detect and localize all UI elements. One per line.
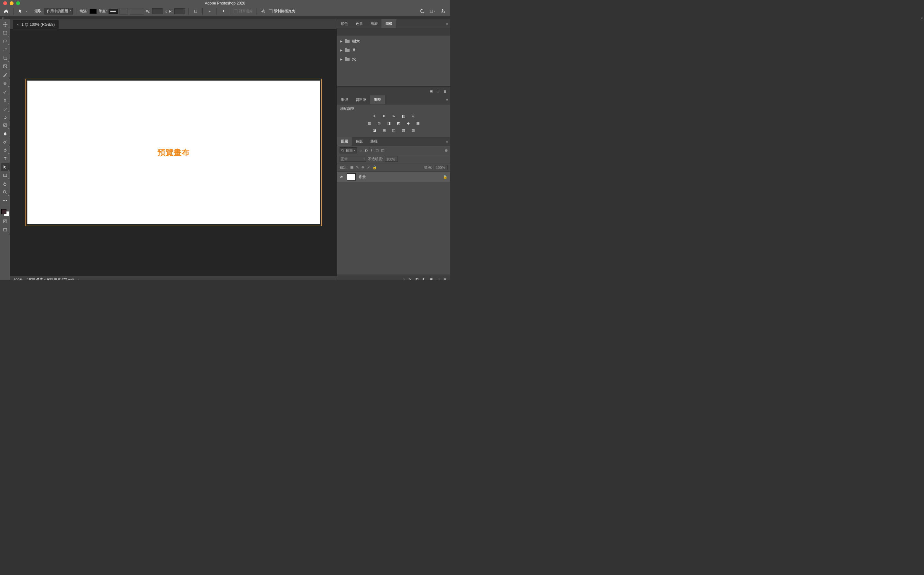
tab-color[interactable]: 顏色 — [337, 19, 352, 28]
color-lookup-icon[interactable]: ▦ — [415, 120, 421, 126]
photo-filter-icon[interactable]: ◩ — [395, 120, 402, 126]
lock-all-icon[interactable]: 🔒 — [372, 165, 377, 170]
vibrance-icon[interactable]: ▽ — [410, 113, 416, 119]
trash-icon[interactable]: 🗑 — [443, 89, 447, 93]
lasso-tool[interactable] — [1, 37, 10, 45]
hand-tool[interactable] — [1, 180, 10, 187]
constrain-path-drag-checkbox[interactable]: 限制路徑拖曳 — [269, 9, 295, 14]
eraser-tool[interactable] — [1, 113, 10, 121]
tab-learn[interactable]: 學習 — [337, 95, 352, 104]
zoom-tool[interactable] — [1, 188, 10, 196]
marquee-tool[interactable] — [1, 29, 10, 37]
tab-libraries[interactable]: 資料庫 — [352, 95, 370, 104]
brightness-contrast-icon[interactable]: ☀ — [371, 113, 377, 119]
stroke-style-swatch[interactable] — [109, 9, 117, 14]
new-group-icon[interactable]: ▣ — [430, 89, 433, 93]
opacity-field[interactable]: 100% — [385, 157, 398, 162]
quick-mask-button[interactable] — [1, 218, 10, 225]
panel-menu-icon[interactable]: ≡ — [446, 140, 448, 143]
canvas[interactable]: 預覽畫布 — [27, 81, 320, 224]
tab-swatches[interactable]: 色票 — [352, 19, 367, 28]
quick-selection-tool[interactable] — [1, 46, 10, 54]
new-layer-icon[interactable]: ⊞ — [437, 277, 439, 280]
color-balance-icon[interactable]: ⚖ — [376, 120, 382, 126]
search-icon[interactable] — [418, 8, 426, 15]
invert-icon[interactable]: ◪ — [371, 127, 377, 133]
selective-color-icon[interactable]: ▧ — [400, 127, 407, 133]
path-operations-icon[interactable]: ▢ — [192, 8, 199, 15]
blend-mode-dropdown[interactable]: 正常▾ — [339, 157, 366, 162]
brush-tool[interactable] — [1, 88, 10, 95]
layer-row[interactable]: 👁 背景 🔒 — [337, 172, 450, 182]
blur-tool[interactable] — [1, 130, 10, 137]
lock-nested-icon[interactable]: ⤢ — [367, 165, 370, 170]
panel-menu-icon[interactable]: ≡ — [446, 98, 448, 102]
layer-name[interactable]: 背景 — [358, 174, 366, 179]
path-selection-tool[interactable] — [1, 163, 10, 171]
filter-shape-icon[interactable]: ▢ — [375, 148, 379, 152]
posterize-icon[interactable]: ▤ — [381, 127, 387, 133]
window-maximize-button[interactable] — [16, 1, 20, 5]
filter-type-icon[interactable]: T — [371, 148, 373, 152]
adjustment-layer-icon[interactable]: ◐ — [422, 277, 426, 280]
filter-smart-icon[interactable]: ◫ — [381, 148, 384, 152]
type-tool[interactable] — [1, 155, 10, 162]
threshold-icon[interactable]: ◫ — [390, 127, 397, 133]
lock-position-icon[interactable]: ✥ — [361, 165, 365, 170]
window-close-button[interactable] — [3, 1, 7, 5]
gear-icon[interactable] — [260, 8, 267, 15]
patterns-search-strip[interactable] — [337, 29, 450, 35]
width-field[interactable] — [152, 8, 163, 14]
delete-layer-icon[interactable]: 🗑 — [443, 277, 447, 280]
tab-patterns[interactable]: 圖樣 — [382, 19, 396, 28]
tab-gradients[interactable]: 漸層 — [367, 19, 382, 28]
hue-saturation-icon[interactable]: ▥ — [366, 120, 373, 126]
tab-channels[interactable]: 色版 — [352, 137, 367, 146]
layer-filter-dropdown[interactable]: 種類 ▾ — [339, 147, 357, 153]
levels-icon[interactable]: ⬍ — [381, 113, 387, 119]
stroke-options-dropdown[interactable] — [130, 8, 144, 14]
left-grip-icon[interactable]: ‹‹ — [0, 16, 450, 19]
zoom-level[interactable]: 100% — [14, 278, 22, 280]
edit-toolbar-button[interactable]: ••• — [1, 197, 10, 204]
tree-item[interactable]: ▶草 — [337, 46, 450, 55]
align-icon[interactable]: ≡ — [206, 8, 213, 15]
filter-pixel-icon[interactable]: ▱ — [360, 148, 362, 152]
document-tab[interactable]: × 1 @ 100% (RGB/8) — [13, 20, 59, 29]
status-more-icon[interactable]: › — [78, 278, 79, 280]
rectangle-tool[interactable] — [1, 172, 10, 179]
layer-effects-icon[interactable]: fx — [409, 277, 411, 280]
black-white-icon[interactable]: ◨ — [386, 120, 392, 126]
history-brush-tool[interactable] — [1, 105, 10, 112]
visibility-icon[interactable]: 👁 — [339, 175, 344, 179]
color-swatches[interactable] — [1, 208, 10, 217]
exposure-icon[interactable]: ◧ — [400, 113, 407, 119]
canvas-viewport[interactable]: 預覽畫布 — [10, 29, 337, 276]
link-layers-icon[interactable]: ⵿ — [403, 277, 405, 280]
document-info[interactable]: 1920 像素 x 933 像素 (72 ppi) — [27, 277, 74, 280]
dodge-tool[interactable] — [1, 138, 10, 146]
foreground-color-swatch[interactable] — [1, 209, 6, 214]
curves-icon[interactable]: ∿ — [390, 113, 397, 119]
tree-item[interactable]: ▶水 — [337, 55, 450, 64]
new-item-icon[interactable]: ⊞ — [437, 89, 439, 93]
fill-color-swatch[interactable] — [90, 9, 97, 14]
new-group-icon[interactable]: ▣ — [430, 277, 433, 280]
tab-adjustments[interactable]: 調整 — [370, 95, 385, 104]
layer-mask-icon[interactable]: ◩ — [415, 277, 418, 280]
tab-layers[interactable]: 圖層 — [337, 137, 352, 146]
close-tab-icon[interactable]: × — [17, 22, 19, 26]
eyedropper-tool[interactable] — [1, 71, 10, 79]
tab-paths[interactable]: 路徑 — [367, 137, 382, 146]
height-field[interactable] — [174, 8, 185, 14]
lock-transparency-icon[interactable]: ▦ — [350, 165, 353, 170]
fill-opacity-field[interactable]: 100% — [434, 165, 447, 170]
filter-adjustment-icon[interactable]: ◐ — [365, 148, 368, 152]
link-icon[interactable]: ⵿ — [165, 10, 167, 13]
home-button[interactable] — [2, 7, 10, 15]
align-edges-checkbox[interactable]: 對齊邊緣 — [234, 9, 253, 14]
lock-icon[interactable]: 🔒 — [443, 175, 447, 179]
arrange-icon[interactable]: ✦ — [220, 8, 227, 15]
screen-mode-button[interactable] — [1, 226, 10, 233]
pen-tool[interactable] — [1, 146, 10, 154]
